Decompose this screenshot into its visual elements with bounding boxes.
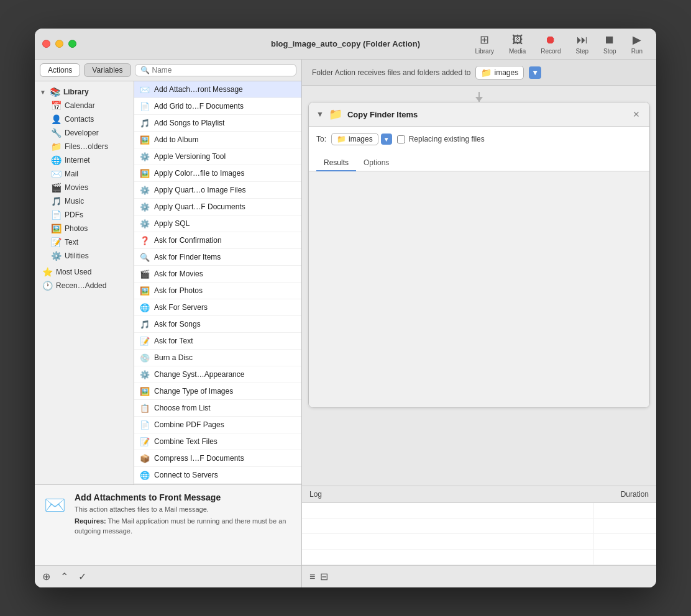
log-cell — [302, 519, 594, 533]
list-item[interactable]: 💿 Burn a Disc — [134, 350, 301, 366]
list-item[interactable]: ⚙️ Apply SQL — [134, 215, 301, 232]
list-item[interactable]: 📝 Ask for Text — [134, 333, 301, 350]
list-item[interactable]: 🎵 Ask for Songs — [134, 316, 301, 333]
list-item[interactable]: 📝 Combine Text Files — [134, 433, 301, 450]
sidebar-item-mail[interactable]: ✉️ Mail — [35, 167, 134, 181]
sidebar-item-calendar[interactable]: 📅 Calendar — [35, 99, 134, 112]
dest-folder-select-button[interactable]: ▼ — [381, 134, 392, 145]
destination-folder-badge[interactable]: 📁 images — [331, 133, 378, 145]
most-used-icon: ⭐ — [42, 267, 52, 277]
library-sidebar-icon: 📚 — [50, 87, 60, 97]
duration-cell — [594, 519, 656, 533]
sidebar-item-recently-added[interactable]: 🕐 Recen…Added — [35, 279, 134, 292]
list-item[interactable]: 📄 Add Grid to…F Documents — [134, 98, 301, 115]
media-label: Media — [509, 48, 526, 55]
action-label: Compress I…F Documents — [154, 454, 244, 463]
sidebar-item-most-used[interactable]: ⭐ Most Used — [35, 265, 134, 279]
check-button[interactable]: ✓ — [76, 569, 89, 584]
preview-description: This action attaches files to a Mail mes… — [75, 505, 294, 514]
list-view-button[interactable]: ≡ — [309, 571, 315, 582]
action-icon: ⚙️ — [139, 369, 150, 380]
add-button[interactable]: ⊕ — [40, 569, 53, 584]
to-label: To: — [316, 135, 326, 143]
action-icon: 📋 — [139, 402, 150, 414]
sidebar-item-music[interactable]: 🎵 Music — [35, 194, 134, 208]
action-icon: ⚙️ — [139, 201, 150, 212]
results-tab[interactable]: Results — [316, 155, 356, 171]
list-item[interactable]: 🎵 Add Songs to Playlist — [134, 115, 301, 132]
right-panel: Folder Action receives files and folders… — [302, 60, 656, 587]
actions-tab[interactable]: Actions — [40, 63, 80, 77]
split-view-button[interactable]: ⊟ — [320, 571, 328, 582]
sidebar-item-pdfs[interactable]: 📄 PDFs — [35, 208, 134, 222]
list-item[interactable]: 🎬 Ask for Movies — [134, 266, 301, 283]
list-item[interactable]: ✉️ Add Attach…ront Message — [134, 81, 301, 98]
media-button[interactable]: 🖼 Media — [503, 31, 532, 57]
action-icon: ❓ — [139, 235, 150, 246]
sidebar-item-internet[interactable]: 🌐 Internet — [35, 153, 134, 167]
list-item[interactable]: ⚙️ Change Syst…Appearance — [134, 366, 301, 383]
folder-select-button[interactable]: ▼ — [529, 66, 541, 79]
sidebar-item-photos[interactable]: 🖼️ Photos — [35, 222, 134, 235]
action-label: Ask for Movies — [154, 270, 203, 278]
folder-badge[interactable]: 📁 images — [475, 66, 524, 79]
run-button[interactable]: ▶ Run — [625, 30, 649, 57]
action-label: Apply Quart…o Image Files — [154, 186, 245, 194]
card-title: Copy Finder Items — [347, 110, 626, 119]
list-item[interactable]: 🌐 Ask For Servers — [134, 299, 301, 316]
sidebar-item-utilities[interactable]: ⚙️ Utilities — [35, 249, 134, 263]
sidebar-item-files[interactable]: 📁 Files…olders — [35, 140, 134, 153]
stop-button[interactable]: ⏹ Stop — [597, 31, 623, 57]
list-item[interactable]: ⚙️ Apply Quart…o Image Files — [134, 182, 301, 199]
list-item[interactable]: 🖼️ Ask for Photos — [134, 283, 301, 299]
step-button[interactable]: ⏭ Step — [569, 31, 595, 57]
sidebar-item-developer[interactable]: 🔧 Developer — [35, 126, 134, 140]
list-item[interactable]: 📋 Choose from List — [134, 400, 301, 417]
internet-icon: 🌐 — [51, 155, 61, 165]
sidebar-item-contacts[interactable]: 👤 Contacts — [35, 112, 134, 126]
maximize-button[interactable] — [68, 40, 76, 48]
card-close-button[interactable]: ✕ — [631, 109, 642, 120]
close-button[interactable] — [42, 40, 50, 48]
list-item[interactable]: ⚙️ Apple Versioning Tool — [134, 148, 301, 165]
replace-checkbox-row: Replacing existing files — [397, 135, 485, 143]
list-item[interactable]: 🖼️ Change Type of Images — [134, 383, 301, 400]
list-item[interactable]: ❓ Ask for Confirmation — [134, 232, 301, 249]
options-tab[interactable]: Options — [356, 155, 396, 171]
action-icon: 📦 — [139, 453, 150, 464]
search-input[interactable] — [152, 66, 291, 75]
list-item[interactable]: 📄 Combine PDF Pages — [134, 417, 301, 433]
action-icon: ⚙️ — [139, 151, 150, 162]
list-item[interactable]: 🔍 Ask for Finder Items — [134, 249, 301, 266]
action-icon: 📄 — [139, 419, 150, 430]
list-item[interactable]: ⚙️ Apply Quart…F Documents — [134, 199, 301, 215]
main-content: Actions Variables 🔍 ▼ 📚 Library — [35, 60, 656, 587]
sidebar-item-text[interactable]: 📝 Text — [35, 235, 134, 249]
library-button[interactable]: ⊞ Library — [469, 30, 500, 57]
record-button[interactable]: ⏺ Record — [534, 31, 567, 57]
action-icon: 📄 — [139, 101, 150, 112]
card-chevron-icon[interactable]: ▼ — [316, 110, 324, 119]
sidebar-item-movies[interactable]: 🎬 Movies — [35, 181, 134, 194]
action-label: Ask for Photos — [154, 286, 203, 295]
list-item[interactable]: 🖼️ Add to Album — [134, 132, 301, 148]
minimize-button[interactable] — [55, 40, 63, 48]
step-label: Step — [575, 48, 588, 55]
replace-checkbox[interactable] — [397, 135, 405, 143]
files-icon: 📁 — [51, 142, 61, 152]
variables-tab[interactable]: Variables — [84, 63, 130, 77]
traffic-lights — [42, 40, 76, 48]
action-icon: ✉️ — [139, 84, 150, 95]
sidebar-item-library[interactable]: ▼ 📚 Library — [35, 85, 134, 99]
preview-requires: Requires: The Mail application must be r… — [75, 517, 294, 536]
list-item[interactable]: 🌐 Connect to Servers — [134, 467, 301, 484]
list-item[interactable]: 🖼️ Apply Color…file to Images — [134, 165, 301, 182]
left-panel: Actions Variables 🔍 ▼ 📚 Library — [35, 60, 302, 587]
log-column-header: Log — [309, 490, 587, 499]
chevron-button[interactable]: ⌃ — [58, 569, 71, 584]
movies-icon: 🎬 — [51, 183, 61, 192]
duration-cell — [594, 534, 656, 549]
action-label: Apply Quart…F Documents — [154, 202, 245, 211]
log-cell — [302, 503, 594, 518]
list-item[interactable]: 📦 Compress I…F Documents — [134, 450, 301, 467]
